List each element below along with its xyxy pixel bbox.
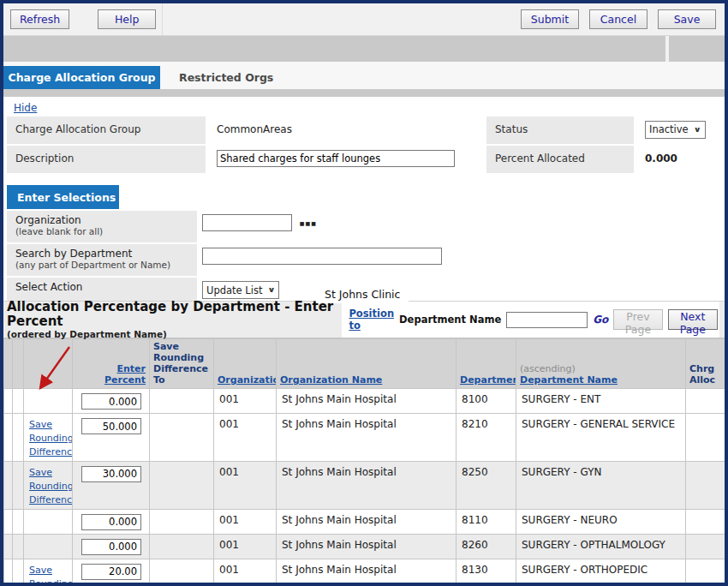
department-cell: 8250 (456, 461, 516, 509)
tab-charge-allocation-group[interactable]: Charge Allocation Group (3, 66, 160, 89)
department-cell: 8260 (456, 534, 516, 559)
column-header-save-rounding-to: Save Rounding Difference To (150, 339, 214, 389)
tab-strip: Charge Allocation Group Restricted Orgs (3, 62, 725, 89)
allocation-table: Enter Percent Save Rounding Difference T… (3, 338, 728, 586)
save-rounding-difference-link[interactable]: Save Rounding Difference (29, 418, 73, 459)
grid-title: Allocation Percentage by Department - En… (7, 300, 342, 330)
search-department-label: Search by Department (15, 248, 197, 260)
column-header-blank1 (4, 339, 13, 389)
enter-percent-input[interactable] (81, 514, 141, 530)
description-label: Description (7, 146, 206, 173)
help-button[interactable]: Help (98, 9, 156, 29)
chevron-down-icon: ∨ (267, 285, 275, 294)
tab-restricted-orgs[interactable]: Restricted Orgs (172, 71, 280, 84)
table-row: 001St Johns Main Hospital8100SURGERY - E… (4, 389, 728, 414)
chevron-down-icon: ∨ (694, 125, 701, 134)
organization-name-cell: St Johns Main Hospital (277, 509, 456, 534)
status-label: Status (486, 117, 634, 144)
percent-allocated-label: Percent Allocated (486, 146, 634, 173)
toolbar-right-group: Submit Cancel Save (521, 9, 725, 29)
position-field-label: Department Name (399, 314, 501, 326)
enter-percent-input[interactable] (81, 418, 141, 434)
grid-paging-controls: Position to Department Name Go Prev Page… (342, 302, 719, 338)
organization-cell: 001 (214, 414, 277, 462)
organization-input[interactable] (202, 214, 292, 231)
next-page-button[interactable]: Next Page (668, 309, 718, 330)
organization-cell: 001 (214, 389, 277, 414)
organization-name-cell: St Johns Main Hospital (277, 534, 456, 559)
save-button[interactable]: Save (658, 9, 716, 29)
spacer-notch (665, 36, 669, 62)
enter-percent-input[interactable] (81, 466, 141, 482)
organization-name-cell: St Johns Main Hospital (277, 461, 456, 509)
refresh-button[interactable]: Refresh (10, 9, 69, 29)
position-to-link[interactable]: Position to (349, 308, 394, 332)
table-row: Save Rounding Difference001St Johns Main… (4, 559, 728, 586)
org-name-tooltip: St Johns Clinic (316, 286, 409, 303)
description-input[interactable] (217, 150, 455, 167)
save-rounding-difference-link[interactable]: Save Rounding Difference (29, 466, 73, 507)
enter-selections-section: Enter Selections Organization (leave bla… (3, 185, 725, 301)
column-header-organization-name[interactable]: Organization Name (280, 374, 382, 386)
search-department-note: (any part of Department or Name) (15, 260, 197, 270)
table-row: Save Rounding Difference001St Johns Main… (4, 414, 728, 462)
organization-cell: 001 (214, 461, 277, 509)
prev-page-button[interactable]: Prev Page (613, 309, 662, 330)
allocation-grid-heading: Allocation Percentage by Department - En… (3, 301, 725, 338)
select-action-label: Select Action (7, 278, 197, 301)
enter-percent-input[interactable] (81, 539, 141, 555)
toolbar-left-group: Refresh Help (3, 3, 163, 35)
department-cell: 8110 (456, 509, 516, 534)
department-cell: 8100 (456, 389, 516, 414)
enter-selections-tab[interactable]: Enter Selections (7, 185, 119, 209)
charge-allocation-window: Refresh Help Submit Cancel Save Charge A… (0, 0, 728, 586)
top-toolbar: Refresh Help Submit Cancel Save (3, 3, 725, 36)
department-name-cell: SURGERY - GENERAL SERVICE (516, 414, 686, 462)
grid-subtitle: (ordered by Department Name) (7, 329, 342, 339)
column-header-enter-percent[interactable]: Enter Percent (104, 363, 146, 386)
enter-percent-input[interactable] (81, 564, 141, 580)
organization-label: Organization (15, 214, 197, 226)
organization-name-cell: St Johns Main Hospital (277, 559, 456, 586)
status-select[interactable]: Inactive ∨ (645, 121, 706, 139)
percent-allocated-value: 0.000 (636, 146, 721, 173)
title-bar-spacer (3, 36, 725, 62)
organization-cell: 001 (214, 509, 277, 534)
section-divider (3, 89, 725, 97)
department-name-cell: SURGERY - ORTHOPEDIC (516, 559, 686, 586)
organization-name-cell: St Johns Main Hospital (277, 389, 456, 414)
position-to-input[interactable] (506, 312, 588, 328)
organization-lookup-button[interactable]: ■■■ (300, 220, 317, 226)
column-header-chrg-alloc: Chrg Alloc (686, 339, 728, 389)
column-header-rounding-link (24, 339, 73, 389)
column-header-organization[interactable]: Organization (218, 374, 277, 386)
enter-percent-input[interactable] (81, 393, 141, 410)
department-cell: 8130 (456, 559, 516, 586)
sort-direction-label: (ascending) (520, 363, 682, 374)
submit-button[interactable]: Submit (521, 9, 579, 29)
column-header-department[interactable]: Department (460, 374, 516, 386)
charge-allocation-group-value: CommonAreas (208, 117, 484, 144)
cancel-button[interactable]: Cancel (589, 9, 647, 29)
charge-allocation-group-label: Charge Allocation Group (7, 117, 206, 144)
search-department-input[interactable] (202, 248, 442, 265)
group-detail-section: Hide Charge Allocation Group CommonAreas… (3, 97, 725, 173)
department-name-cell: SURGERY - ENT (516, 389, 686, 414)
column-header-department-name[interactable]: Department Name (520, 374, 618, 386)
organization-name-cell: St Johns Main Hospital (277, 414, 456, 462)
go-button[interactable]: Go (593, 314, 608, 326)
organization-cell: 001 (214, 559, 277, 586)
department-cell: 8210 (456, 414, 516, 462)
table-row: 001St Johns Main Hospital8110SURGERY - N… (4, 509, 728, 534)
select-action-selected-option: Update List (206, 284, 262, 296)
organization-cell: 001 (214, 534, 277, 559)
table-header-row: Enter Percent Save Rounding Difference T… (4, 339, 728, 389)
save-rounding-difference-link[interactable]: Save Rounding Difference (29, 564, 73, 586)
organization-note: (leave blank for all) (15, 226, 197, 236)
department-name-cell: SURGERY - GYN (516, 461, 686, 509)
hide-link[interactable]: Hide (14, 102, 37, 114)
select-action-dropdown[interactable]: Update List ∨ (202, 281, 279, 299)
table-row: 001St Johns Main Hospital8260SURGERY - O… (4, 534, 728, 559)
department-name-cell: SURGERY - OPTHALMOLOGY (516, 534, 686, 559)
table-row: Save Rounding Difference001St Johns Main… (4, 461, 728, 509)
